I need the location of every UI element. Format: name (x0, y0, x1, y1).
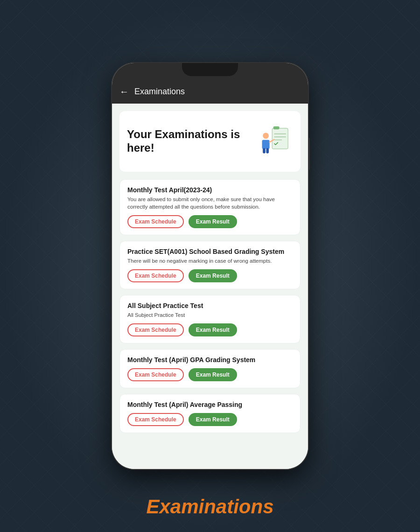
phone-notch (182, 63, 238, 76)
exam-title-1: Monthly Test April(2023-24) (127, 186, 293, 194)
exam-actions-4: Exam Schedule Exam Result (127, 368, 293, 381)
svg-rect-0 (273, 128, 288, 149)
svg-point-5 (263, 133, 269, 139)
page-bottom-title: Examinations (0, 496, 420, 518)
phone-screen: ← Examinations Your Examinations is here… (112, 63, 308, 469)
svg-rect-6 (262, 140, 270, 149)
exam-schedule-btn-1[interactable]: Exam Schedule (127, 215, 184, 228)
exam-desc-1: You are allowed to submit only once, mak… (127, 196, 293, 210)
svg-rect-1 (273, 126, 280, 129)
hero-illustration (255, 120, 293, 162)
exam-card-3: All Subject Practice Test All Subject Pr… (119, 295, 301, 343)
hero-section: Your Examinations is here! (119, 111, 301, 172)
hero-title: Your Examinations is here! (127, 128, 255, 155)
exam-result-btn-2[interactable]: Exam Result (189, 269, 237, 282)
back-button[interactable]: ← (119, 86, 129, 97)
exam-result-btn-4[interactable]: Exam Result (189, 368, 237, 381)
exam-result-btn-5[interactable]: Exam Result (189, 413, 237, 426)
svg-rect-8 (263, 148, 266, 154)
phone-frame: ← Examinations Your Examinations is here… (112, 63, 308, 469)
exam-title-2: Practice SET(A001) School Based Grading … (127, 248, 293, 255)
header-title: Examinations (134, 87, 185, 97)
svg-rect-9 (266, 148, 269, 154)
exam-result-btn-1[interactable]: Exam Result (189, 215, 237, 228)
exam-actions-2: Exam Schedule Exam Result (127, 269, 293, 282)
exam-result-btn-3[interactable]: Exam Result (189, 323, 237, 336)
exam-schedule-btn-3[interactable]: Exam Schedule (127, 323, 184, 336)
exam-desc-3: All Subject Practice Test (127, 311, 293, 319)
exam-title-4: Monthly Test (April) GPA Grading System (127, 356, 293, 364)
exam-card-2: Practice SET(A001) School Based Grading … (119, 241, 301, 289)
exam-schedule-btn-4[interactable]: Exam Schedule (127, 368, 184, 381)
exam-actions-3: Exam Schedule Exam Result (127, 323, 293, 336)
exam-schedule-btn-5[interactable]: Exam Schedule (127, 413, 184, 426)
exam-desc-2: There will be no negative marking in cas… (127, 257, 293, 265)
screen-content: Your Examinations is here! (112, 104, 308, 469)
exam-schedule-btn-2[interactable]: Exam Schedule (127, 269, 184, 282)
app-header: ← Examinations (112, 82, 308, 104)
exam-actions-1: Exam Schedule Exam Result (127, 215, 293, 228)
exam-title-3: All Subject Practice Test (127, 302, 293, 309)
exam-actions-5: Exam Schedule Exam Result (127, 413, 293, 426)
exam-card-1: Monthly Test April(2023-24) You are allo… (119, 179, 301, 235)
exam-card-4: Monthly Test (April) GPA Grading System … (119, 349, 301, 388)
exam-card-5: Monthly Test (April) Average Passing Exa… (119, 394, 301, 433)
exam-title-5: Monthly Test (April) Average Passing (127, 401, 293, 408)
